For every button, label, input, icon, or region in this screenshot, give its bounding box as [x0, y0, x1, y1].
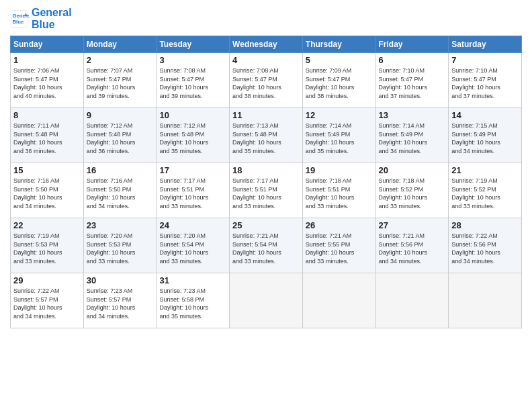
calendar-day: 27Sunrise: 7:21 AM Sunset: 5:56 PM Dayli… — [375, 218, 449, 273]
day-info: Sunrise: 7:14 AM Sunset: 5:49 PM Dayligh… — [306, 122, 373, 155]
day-info: Sunrise: 7:18 AM Sunset: 5:52 PM Dayligh… — [379, 177, 446, 210]
day-number: 24 — [159, 220, 226, 230]
day-number: 6 — [379, 55, 446, 65]
calendar-day: 18Sunrise: 7:17 AM Sunset: 5:51 PM Dayli… — [230, 163, 303, 218]
calendar-day: 31Sunrise: 7:23 AM Sunset: 5:58 PM Dayli… — [157, 273, 230, 328]
day-info: Sunrise: 7:15 AM Sunset: 5:49 PM Dayligh… — [451, 122, 519, 155]
day-info: Sunrise: 7:19 AM Sunset: 5:53 PM Dayligh… — [13, 232, 81, 265]
calendar-day — [302, 273, 375, 328]
day-info: Sunrise: 7:17 AM Sunset: 5:51 PM Dayligh… — [159, 177, 226, 210]
day-info: Sunrise: 7:23 AM Sunset: 5:57 PM Dayligh… — [87, 287, 154, 320]
day-info: Sunrise: 7:17 AM Sunset: 5:51 PM Dayligh… — [232, 177, 300, 210]
calendar-day: 5Sunrise: 7:09 AM Sunset: 5:47 PM Daylig… — [302, 53, 375, 108]
day-info: Sunrise: 7:08 AM Sunset: 5:47 PM Dayligh… — [232, 66, 300, 100]
calendar-day: 17Sunrise: 7:17 AM Sunset: 5:51 PM Dayli… — [157, 163, 230, 218]
calendar-day: 6Sunrise: 7:10 AM Sunset: 5:47 PM Daylig… — [375, 53, 449, 108]
day-number: 23 — [87, 220, 154, 230]
day-info: Sunrise: 7:14 AM Sunset: 5:49 PM Dayligh… — [379, 122, 446, 155]
calendar-week-5: 29Sunrise: 7:22 AM Sunset: 5:57 PM Dayli… — [11, 273, 522, 328]
calendar-week-3: 15Sunrise: 7:16 AM Sunset: 5:50 PM Dayli… — [11, 163, 522, 218]
day-number: 14 — [451, 110, 519, 120]
col-saturday: Saturday — [449, 36, 522, 53]
calendar-day: 4Sunrise: 7:08 AM Sunset: 5:47 PM Daylig… — [230, 53, 303, 108]
calendar-day: 25Sunrise: 7:21 AM Sunset: 5:54 PM Dayli… — [230, 218, 303, 273]
col-friday: Friday — [375, 36, 449, 53]
calendar-day: 16Sunrise: 7:16 AM Sunset: 5:50 PM Dayli… — [83, 163, 157, 218]
calendar-day: 7Sunrise: 7:10 AM Sunset: 5:47 PM Daylig… — [449, 53, 522, 108]
day-number: 31 — [159, 275, 226, 285]
col-thursday: Thursday — [302, 36, 375, 53]
day-number: 7 — [451, 55, 519, 65]
calendar-day: 28Sunrise: 7:22 AM Sunset: 5:56 PM Dayli… — [449, 218, 522, 273]
day-number: 15 — [13, 165, 81, 175]
day-number: 10 — [159, 110, 226, 120]
day-info: Sunrise: 7:21 AM Sunset: 5:55 PM Dayligh… — [306, 232, 373, 265]
day-number: 17 — [159, 165, 226, 175]
calendar-day: 29Sunrise: 7:22 AM Sunset: 5:57 PM Dayli… — [11, 273, 84, 328]
col-tuesday: Tuesday — [157, 36, 230, 53]
logo-text: General Blue — [32, 7, 72, 30]
col-monday: Monday — [83, 36, 157, 53]
calendar-day: 3Sunrise: 7:08 AM Sunset: 5:47 PM Daylig… — [157, 53, 230, 108]
svg-text:Blue: Blue — [13, 19, 24, 25]
day-number: 13 — [379, 110, 446, 120]
day-number: 28 — [451, 220, 519, 230]
day-info: Sunrise: 7:11 AM Sunset: 5:48 PM Dayligh… — [13, 122, 81, 155]
calendar-day — [449, 273, 522, 328]
day-number: 1 — [13, 55, 81, 65]
day-number: 2 — [87, 55, 154, 65]
calendar-day: 12Sunrise: 7:14 AM Sunset: 5:49 PM Dayli… — [302, 108, 375, 163]
col-wednesday: Wednesday — [230, 36, 303, 53]
day-number: 5 — [306, 55, 373, 65]
calendar-day: 22Sunrise: 7:19 AM Sunset: 5:53 PM Dayli… — [11, 218, 84, 273]
day-number: 20 — [379, 165, 446, 175]
day-info: Sunrise: 7:21 AM Sunset: 5:56 PM Dayligh… — [379, 232, 446, 265]
logo: General Blue General Blue — [10, 7, 72, 30]
calendar-week-1: 1Sunrise: 7:06 AM Sunset: 5:47 PM Daylig… — [11, 53, 522, 108]
page-header: General Blue General Blue — [10, 7, 522, 30]
day-info: Sunrise: 7:13 AM Sunset: 5:48 PM Dayligh… — [232, 122, 300, 155]
calendar-day: 9Sunrise: 7:12 AM Sunset: 5:48 PM Daylig… — [83, 108, 157, 163]
day-number: 25 — [232, 220, 300, 230]
calendar-day: 24Sunrise: 7:20 AM Sunset: 5:54 PM Dayli… — [157, 218, 230, 273]
calendar-day: 20Sunrise: 7:18 AM Sunset: 5:52 PM Dayli… — [375, 163, 449, 218]
calendar-day — [230, 273, 303, 328]
calendar-day — [375, 273, 449, 328]
calendar-day: 8Sunrise: 7:11 AM Sunset: 5:48 PM Daylig… — [11, 108, 84, 163]
day-number: 9 — [87, 110, 154, 120]
day-info: Sunrise: 7:12 AM Sunset: 5:48 PM Dayligh… — [159, 122, 226, 155]
calendar-day: 1Sunrise: 7:06 AM Sunset: 5:47 PM Daylig… — [11, 53, 84, 108]
day-number: 22 — [13, 220, 81, 230]
col-sunday: Sunday — [11, 36, 84, 53]
calendar-day: 26Sunrise: 7:21 AM Sunset: 5:55 PM Dayli… — [302, 218, 375, 273]
day-number: 3 — [159, 55, 226, 65]
day-info: Sunrise: 7:21 AM Sunset: 5:54 PM Dayligh… — [232, 232, 300, 265]
day-number: 16 — [87, 165, 154, 175]
day-info: Sunrise: 7:20 AM Sunset: 5:54 PM Dayligh… — [159, 232, 226, 265]
day-number: 29 — [13, 275, 81, 285]
day-info: Sunrise: 7:10 AM Sunset: 5:47 PM Dayligh… — [451, 66, 519, 100]
calendar-day: 13Sunrise: 7:14 AM Sunset: 5:49 PM Dayli… — [375, 108, 449, 163]
day-number: 19 — [306, 165, 373, 175]
day-info: Sunrise: 7:19 AM Sunset: 5:52 PM Dayligh… — [451, 177, 519, 210]
day-number: 11 — [232, 110, 300, 120]
day-number: 26 — [306, 220, 373, 230]
day-info: Sunrise: 7:18 AM Sunset: 5:51 PM Dayligh… — [306, 177, 373, 210]
day-info: Sunrise: 7:22 AM Sunset: 5:56 PM Dayligh… — [451, 232, 519, 265]
calendar-table: Sunday Monday Tuesday Wednesday Thursday… — [10, 36, 522, 328]
day-info: Sunrise: 7:16 AM Sunset: 5:50 PM Dayligh… — [13, 177, 81, 210]
day-info: Sunrise: 7:16 AM Sunset: 5:50 PM Dayligh… — [87, 177, 154, 210]
day-number: 18 — [232, 165, 300, 175]
day-number: 12 — [306, 110, 373, 120]
day-number: 8 — [13, 110, 81, 120]
page-container: General Blue General Blue Sunday Monday … — [0, 0, 532, 332]
day-info: Sunrise: 7:12 AM Sunset: 5:48 PM Dayligh… — [87, 122, 154, 155]
calendar-day: 15Sunrise: 7:16 AM Sunset: 5:50 PM Dayli… — [11, 163, 84, 218]
calendar-day: 21Sunrise: 7:19 AM Sunset: 5:52 PM Dayli… — [449, 163, 522, 218]
day-info: Sunrise: 7:10 AM Sunset: 5:47 PM Dayligh… — [379, 66, 446, 100]
day-info: Sunrise: 7:23 AM Sunset: 5:58 PM Dayligh… — [159, 287, 226, 320]
calendar-day: 11Sunrise: 7:13 AM Sunset: 5:48 PM Dayli… — [230, 108, 303, 163]
calendar-day: 19Sunrise: 7:18 AM Sunset: 5:51 PM Dayli… — [302, 163, 375, 218]
calendar-day: 10Sunrise: 7:12 AM Sunset: 5:48 PM Dayli… — [157, 108, 230, 163]
calendar-day: 23Sunrise: 7:20 AM Sunset: 5:53 PM Dayli… — [83, 218, 157, 273]
